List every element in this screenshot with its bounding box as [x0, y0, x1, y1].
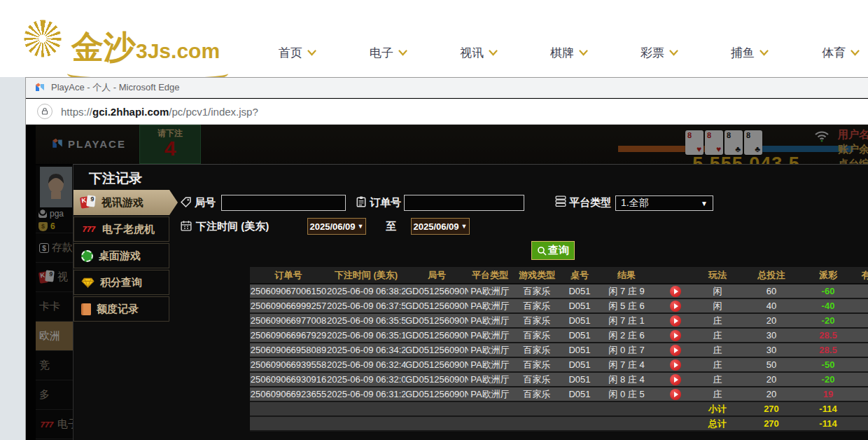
summary-row: 总计270-114266 — [250, 416, 868, 431]
browser-titlebar[interactable]: PlayAce - 个人 - Microsoft Edge — [26, 78, 868, 98]
cell-table-no: D051 — [562, 313, 597, 328]
order-label: 订单号 — [370, 196, 401, 209]
dropdown-arrow-icon: ▼ — [358, 223, 364, 230]
table-row: 2506090669580892025-06-09 06:34:20GD0512… — [250, 343, 868, 357]
cell-payout: 28.5 — [803, 328, 853, 343]
cell-table-no: D051 — [562, 357, 597, 372]
nav-item-label: 体育 — [822, 45, 846, 61]
replay-play-icon[interactable] — [670, 315, 681, 326]
window-title: PlayAce - 个人 - Microsoft Edge — [51, 81, 180, 94]
summary-cell — [562, 416, 597, 431]
modal-menu-item[interactable]: 桌面游戏 — [74, 243, 169, 268]
nav-item-2[interactable]: 电子 — [370, 45, 407, 61]
round-input[interactable] — [221, 195, 346, 211]
platform-type-icon — [555, 195, 566, 207]
select-arrow-icon: ▼ — [701, 200, 708, 207]
cell-game-type: 百家乐 — [512, 357, 562, 372]
nav-item-1[interactable]: 首页 — [279, 45, 316, 61]
site-header: 金沙 3Js.com 首页电子视讯棋牌彩票捕鱼体育 — [0, 0, 868, 77]
cell-bet-time: 2025-06-09 06:32:43 — [327, 357, 405, 372]
modal-menu-item[interactable]: 积分查询 — [74, 270, 169, 295]
query-button-label: 查询 — [548, 244, 569, 257]
cell-order-id: 250609066930916 — [250, 372, 327, 387]
bet-time-label: 下注时间 (美东) — [196, 220, 269, 233]
cell-platform: PA欧洲厅 — [468, 387, 512, 401]
platform-select[interactable]: 1.全部▼ — [615, 195, 713, 211]
cell-valid-bet: 50 — [853, 357, 868, 372]
slot-777-icon: 777 — [81, 225, 97, 233]
cell-round-id: GD051256090NE — [405, 387, 468, 401]
col-header-9: 玩法 — [695, 267, 740, 284]
query-button[interactable]: 查询 — [531, 241, 575, 260]
table-header-row: 订单号下注时间 (美东)局号平台类型游戏类型桌号结果玩法总投注派彩有效投注额状态 — [250, 267, 868, 284]
nav-item-6[interactable]: 捕鱼 — [731, 45, 769, 61]
cell-play: 庄 — [695, 357, 740, 372]
cell-total-bet: 20 — [740, 372, 803, 387]
nav-item-label: 彩票 — [640, 45, 664, 61]
cell-platform: PA欧洲厅 — [468, 298, 512, 313]
cell-valid-bet: 28.5 — [853, 343, 868, 357]
cell-order-id: 250609066958089 — [250, 343, 327, 357]
page-content: PLAYACE 请下注 4 8♥8♥8♣8♣ 5,555,043.5 用户名账户… — [26, 125, 868, 440]
replay-play-icon[interactable] — [670, 389, 681, 400]
cell-bet-time: 2025-06-09 06:34:20 — [327, 343, 405, 357]
nav-item-4[interactable]: 棋牌 — [550, 45, 588, 61]
cell-bet-time: 2025-06-09 06:31:21 — [327, 387, 405, 401]
table-row: 2506090669236552025-06-09 06:31:21GD0512… — [250, 387, 868, 401]
cell-result: 闲 0 庄 7 — [597, 343, 656, 357]
modal-menu-item[interactable]: 额度记录 — [74, 296, 169, 322]
replay-play-icon[interactable] — [670, 374, 681, 385]
cell-valid-bet: 20 — [853, 313, 868, 328]
table-row: 2506090669679292025-06-09 06:35:10GD0512… — [250, 328, 868, 343]
col-header-7: 结果 — [597, 267, 656, 284]
cell-bet-time: 2025-06-09 06:37:50 — [327, 298, 405, 313]
cell-table-no: D051 — [562, 298, 597, 313]
cell-round-id: GD051256090NN — [405, 284, 468, 298]
cell-result: 闲 8 庄 4 — [597, 372, 656, 387]
document-icon — [81, 303, 91, 315]
clipboard-icon — [356, 196, 366, 207]
cell-bet-time: 2025-06-09 06:32:00 — [327, 372, 405, 387]
lock-icon[interactable] — [37, 104, 52, 119]
cell-valid-bet: 19 — [853, 387, 868, 401]
table-row: 2506090669770082025-06-09 06:35:56GD0512… — [250, 313, 868, 328]
replay-play-icon[interactable] — [670, 345, 681, 356]
summary-cell: 270 — [740, 416, 803, 431]
cell-payout: -20 — [803, 313, 853, 328]
url-text[interactable]: https://gci.2hhapi.com/pc/pcv1/index.jsp… — [61, 106, 258, 118]
date-from-button[interactable]: 2025/06/09▼ — [307, 218, 366, 235]
date-to-button[interactable]: 2025/06/09▼ — [411, 218, 470, 235]
cell-total-bet: 30 — [740, 328, 803, 343]
summary-cell — [512, 401, 562, 416]
nav-item-label: 棋牌 — [550, 45, 574, 61]
cell-total-bet: 40 — [740, 298, 803, 313]
replay-play-icon[interactable] — [670, 359, 681, 371]
col-header-4: 平台类型 — [468, 267, 512, 284]
cell-order-id: 250609066939558 — [250, 357, 327, 372]
cell-table-no: D051 — [562, 328, 597, 343]
nav-item-7[interactable]: 体育 — [822, 45, 860, 61]
replay-play-icon[interactable] — [670, 301, 681, 312]
nav-item-3[interactable]: 视讯 — [460, 45, 498, 61]
summary-row: 小计270-114266 — [250, 401, 868, 416]
cell-game-type: 百家乐 — [512, 298, 562, 313]
replay-play-icon[interactable] — [670, 286, 681, 297]
modal-menu-item[interactable]: K9视讯游戏 — [74, 190, 178, 215]
replay-play-icon[interactable] — [670, 330, 681, 341]
cell-game-type: 百家乐 — [512, 313, 562, 328]
browser-urlbar[interactable]: https://gci.2hhapi.com/pc/pcv1/index.jsp… — [26, 99, 868, 125]
modal-menu-item[interactable]: 777电子老虎机 — [74, 216, 169, 242]
cell-round-id: GD051256090NM — [405, 298, 468, 313]
summary-cell — [405, 401, 468, 416]
bet-records-table: 订单号下注时间 (美东)局号平台类型游戏类型桌号结果玩法总投注派彩有效投注额状态… — [250, 267, 868, 432]
cell-result: 闲 5 庄 6 — [597, 298, 656, 313]
modal-menu-label: 桌面游戏 — [99, 249, 141, 263]
order-input[interactable] — [404, 195, 524, 211]
chevron-down-icon — [579, 50, 588, 56]
nav-item-5[interactable]: 彩票 — [640, 45, 678, 61]
cell-payout: -60 — [803, 284, 853, 298]
cell-play: 庄 — [695, 343, 740, 357]
site-logo[interactable]: 金沙 3Js.com — [20, 15, 220, 62]
browser-window: PlayAce - 个人 - Microsoft Edge https://gc… — [25, 77, 868, 440]
cell-payout: 19 — [803, 387, 853, 401]
